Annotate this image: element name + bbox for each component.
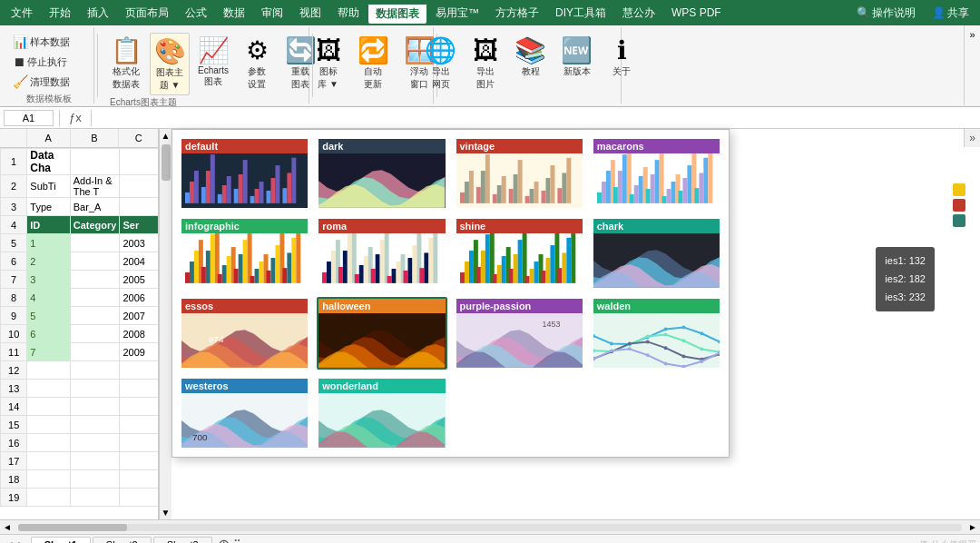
cell-9-1[interactable] xyxy=(70,307,120,325)
theme-item-halloween[interactable]: halloween xyxy=(317,297,446,370)
cell-4-2[interactable]: Ser xyxy=(120,216,159,234)
theme-item-purple-passion[interactable]: purple-passion1453 xyxy=(455,297,584,370)
theme-item-wonderland[interactable]: wonderland xyxy=(317,377,446,449)
cell-3-2[interactable] xyxy=(120,198,159,216)
menu-start[interactable]: 开始 xyxy=(42,4,78,23)
cell-13-2[interactable] xyxy=(120,380,159,398)
cell-2-1[interactable]: Add-In & The T xyxy=(70,175,120,198)
cell-14-1[interactable] xyxy=(70,398,120,416)
sheet-tab-3[interactable]: Sheet3 xyxy=(153,537,212,543)
cell-8-0[interactable]: 4 xyxy=(27,289,70,307)
btn-export-web[interactable]: 🌐 导出网页 xyxy=(419,33,462,94)
cell-11-0[interactable]: 7 xyxy=(27,343,70,361)
cell-6-0[interactable]: 2 xyxy=(27,252,70,271)
menu-formula[interactable]: 公式 xyxy=(178,4,214,23)
cell-7-2[interactable]: 2005 xyxy=(120,271,159,289)
btn-sample-data[interactable]: 📊 样本数据 xyxy=(9,33,88,51)
menu-insert[interactable]: 插入 xyxy=(80,4,116,23)
cell-6-1[interactable] xyxy=(70,252,120,271)
menu-datacharts[interactable]: 数据图表 xyxy=(368,3,426,24)
cell-2-2[interactable] xyxy=(120,175,159,198)
menu-file[interactable]: 文件 xyxy=(4,4,40,23)
theme-item-macarons[interactable]: macarons xyxy=(592,137,721,210)
cell-1-2[interactable] xyxy=(120,149,159,175)
cell-10-2[interactable]: 2008 xyxy=(120,325,159,343)
menu-view[interactable]: 视图 xyxy=(292,4,328,23)
menu-layout[interactable]: 页面布局 xyxy=(118,4,176,23)
cell-5-2[interactable]: 2003 xyxy=(120,234,159,252)
cell-17-0[interactable] xyxy=(27,452,70,470)
cell-12-0[interactable] xyxy=(27,361,70,380)
cell-4-0[interactable]: ID xyxy=(27,216,70,234)
menu-diy[interactable]: DIY工具箱 xyxy=(548,4,613,23)
cell-15-1[interactable] xyxy=(70,416,120,434)
cell-18-0[interactable] xyxy=(27,470,70,489)
cell-16-1[interactable] xyxy=(70,434,120,452)
cell-12-1[interactable] xyxy=(70,361,120,380)
cell-19-2[interactable] xyxy=(120,489,159,507)
btn-stop-exec[interactable]: ⏹ 停止执行 xyxy=(9,53,88,71)
cell-17-1[interactable] xyxy=(70,452,120,470)
theme-item-dark[interactable]: dark xyxy=(317,137,446,210)
cell-19-1[interactable] xyxy=(70,489,120,507)
cell-1-1[interactable] xyxy=(70,149,120,175)
formula-input[interactable] xyxy=(97,110,976,126)
cell-11-2[interactable]: 2009 xyxy=(120,343,159,361)
btn-tutorial[interactable]: 📚 教程 xyxy=(509,33,552,81)
cell-9-0[interactable]: 5 xyxy=(27,307,70,325)
cell-1-0[interactable]: Data Cha xyxy=(27,149,70,175)
cell-16-0[interactable] xyxy=(27,434,70,452)
btn-export-img[interactable]: 🖼 导出图片 xyxy=(466,33,505,94)
sheet-nav-dots[interactable]: ⠿ xyxy=(233,538,241,544)
theme-item-shine[interactable]: shine xyxy=(455,217,584,290)
menu-data[interactable]: 数据 xyxy=(216,4,252,23)
cell-15-2[interactable] xyxy=(120,416,159,434)
cell-4-1[interactable]: Category xyxy=(70,216,120,234)
btn-chart-theme[interactable]: 🎨 图表主题 ▼ xyxy=(150,33,190,95)
cell-7-1[interactable] xyxy=(70,271,120,289)
menu-help[interactable]: 帮助 xyxy=(330,4,367,23)
menu-ffgz[interactable]: 方方格子 xyxy=(488,4,546,23)
btn-settings[interactable]: ⚙ 参数设置 xyxy=(237,33,277,94)
cell-2-0[interactable]: SubTi xyxy=(27,175,70,198)
sheet-tab-2[interactable]: Sheet2 xyxy=(93,537,152,543)
cell-13-0[interactable] xyxy=(27,380,70,398)
menu-share[interactable]: 👤 共享 xyxy=(925,4,976,23)
btn-clear-data[interactable]: 🧹 清理数据 xyxy=(9,73,88,91)
h-scroll-thumb[interactable] xyxy=(18,524,127,531)
cell-15-0[interactable] xyxy=(27,416,70,434)
scroll-down-arrow[interactable]: ▼ xyxy=(160,506,172,519)
theme-item-westeros[interactable]: westeros700 xyxy=(180,377,309,449)
sheet-add-btn[interactable]: ⊕ xyxy=(218,536,230,543)
cell-5-0[interactable]: 1 xyxy=(27,234,70,252)
theme-item-chark[interactable]: chark xyxy=(592,217,721,290)
v-scrollbar[interactable]: ▲ ▼ xyxy=(159,129,172,519)
cell-14-0[interactable] xyxy=(27,398,70,416)
cell-18-1[interactable] xyxy=(70,470,120,489)
cell-8-1[interactable] xyxy=(70,289,120,307)
h-scroll-left[interactable]: ◄ xyxy=(0,522,15,532)
ribbon-expand[interactable]: » xyxy=(964,25,980,105)
cell-12-2[interactable] xyxy=(120,361,159,380)
theme-item-walden[interactable]: walden xyxy=(592,297,721,370)
panel-expand-btn[interactable]: » xyxy=(964,129,980,147)
cell-11-1[interactable] xyxy=(70,343,120,361)
menu-yiyong[interactable]: 易用宝™ xyxy=(428,4,486,23)
cell-16-2[interactable] xyxy=(120,434,159,452)
sheet-nav-prev[interactable]: ◄ xyxy=(4,538,15,544)
menu-search[interactable]: 🔍 操作说明 xyxy=(849,4,923,23)
cell-9-2[interactable]: 2007 xyxy=(120,307,159,325)
menu-huigongban[interactable]: 慧公办 xyxy=(615,4,662,23)
menu-wpspdf[interactable]: WPS PDF xyxy=(664,5,729,21)
menu-review[interactable]: 审阅 xyxy=(254,4,290,23)
cell-3-0[interactable]: Type xyxy=(27,198,70,216)
btn-auto-update[interactable]: 🔁 自动更新 xyxy=(352,33,395,94)
sheet-nav-next[interactable]: ► xyxy=(16,538,27,544)
cell-10-1[interactable] xyxy=(70,325,120,343)
theme-item-roma[interactable]: roma xyxy=(317,217,446,290)
cell-19-0[interactable] xyxy=(27,489,70,507)
btn-about[interactable]: ℹ 关于 xyxy=(602,33,642,81)
h-scroll-right[interactable]: ► xyxy=(965,522,980,532)
scroll-thumb[interactable] xyxy=(162,144,171,181)
theme-item-default[interactable]: default xyxy=(180,137,309,210)
